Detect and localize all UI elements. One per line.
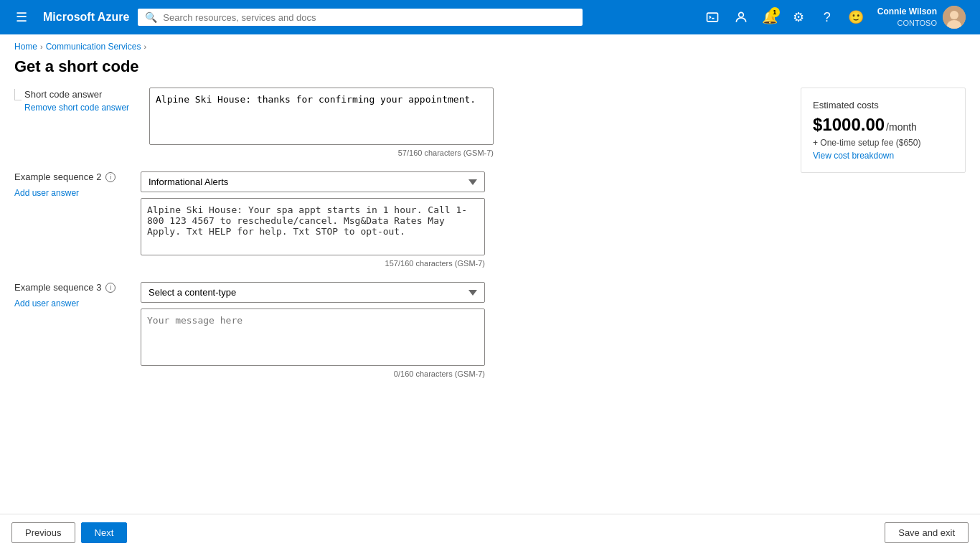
example-3-label: Example sequence 3 i xyxy=(14,282,129,293)
example-2-add-user-answer[interactable]: Add user answer xyxy=(14,188,129,198)
short-code-char-count: 57/160 characters (GSM-7) xyxy=(149,149,494,157)
example-3-info-icon[interactable]: i xyxy=(105,283,116,293)
example-sequence-2-row: Example sequence 2 i Add user answer Inf… xyxy=(14,171,786,268)
example-3-label-col: Example sequence 3 i Add user answer xyxy=(14,282,129,309)
notifications-icon[interactable]: 🔔 1 xyxy=(757,4,783,30)
svg-point-4 xyxy=(950,11,958,19)
search-icon: 🔍 xyxy=(145,11,157,23)
form-section: Short code answer Remove short code answ… xyxy=(14,88,786,392)
top-nav: ☰ Microsoft Azure 🔍 🔔 1 ⚙ ? 🙂 Connie Wil… xyxy=(0,0,980,34)
breadcrumb-sep-2: › xyxy=(143,42,146,51)
example-2-char-count: 157/160 characters (GSM-7) xyxy=(141,259,485,268)
example-2-message-input[interactable]: Alpine Ski House: Your spa appt starts i… xyxy=(141,198,485,255)
price-per-month: /month xyxy=(886,121,917,133)
svg-rect-0 xyxy=(707,13,717,22)
example-2-label-col: Example sequence 2 i Add user answer xyxy=(14,171,129,198)
help-icon[interactable]: ? xyxy=(814,4,840,30)
nav-icons: 🔔 1 ⚙ ? 🙂 Connie Wilson CONTOSO xyxy=(699,3,971,32)
example-2-content-type-select[interactable]: Informational Alerts Marketing Transacti… xyxy=(141,171,485,192)
user-menu[interactable]: Connie Wilson CONTOSO xyxy=(872,3,971,32)
estimated-costs-card: Estimated costs $1000.00/month + One-tim… xyxy=(801,88,966,173)
price-value: $1000.00 xyxy=(813,115,885,135)
breadcrumb-section[interactable]: Communication Services xyxy=(46,42,141,52)
example-2-label: Example sequence 2 i xyxy=(14,171,129,182)
price-display: $1000.00/month xyxy=(813,115,953,135)
setup-fee: + One-time setup fee ($650) xyxy=(813,138,953,148)
estimated-costs-label: Estimated costs xyxy=(813,100,953,110)
avatar xyxy=(943,6,966,29)
breadcrumb-sep-1: › xyxy=(40,42,43,51)
page-title: Get a short code xyxy=(0,55,980,88)
user-name: Connie Wilson xyxy=(877,6,937,18)
cloud-shell-icon[interactable] xyxy=(699,4,725,30)
example-3-content-type-select[interactable]: Select a content-type Informational Aler… xyxy=(141,282,485,303)
view-cost-breakdown-link[interactable]: View cost breakdown xyxy=(813,151,894,161)
breadcrumb-home[interactable]: Home xyxy=(14,42,37,52)
remove-short-code-link[interactable]: Remove short code answer xyxy=(24,103,129,113)
short-code-answer-input[interactable]: Alpine Ski House: thanks for confirming … xyxy=(149,88,494,145)
search-input[interactable] xyxy=(163,12,575,23)
example-3-add-user-answer[interactable]: Add user answer xyxy=(14,298,129,309)
hamburger-menu[interactable]: ☰ xyxy=(9,4,34,30)
example-2-inputs: Informational Alerts Marketing Transacti… xyxy=(141,171,786,268)
svg-point-2 xyxy=(738,12,743,17)
directory-icon[interactable] xyxy=(728,4,754,30)
search-bar: 🔍 xyxy=(138,9,583,26)
breadcrumb: Home › Communication Services › xyxy=(0,34,980,55)
notification-badge: 1 xyxy=(770,7,780,17)
short-code-label: Short code answer xyxy=(24,89,129,100)
main-content: Short code answer Remove short code answ… xyxy=(0,88,980,392)
user-org: CONTOSO xyxy=(877,18,937,28)
example-2-info-icon[interactable]: i xyxy=(105,172,116,182)
example-3-char-count: 0/160 characters (GSM-7) xyxy=(141,369,485,378)
app-brand: Microsoft Azure xyxy=(43,11,129,24)
settings-icon[interactable]: ⚙ xyxy=(786,4,811,30)
example-3-message-input[interactable] xyxy=(141,309,485,366)
example-sequence-3-row: Example sequence 3 i Add user answer Sel… xyxy=(14,282,786,378)
feedback-icon[interactable]: 🙂 xyxy=(843,4,869,30)
example-3-inputs: Select a content-type Informational Aler… xyxy=(141,282,786,378)
